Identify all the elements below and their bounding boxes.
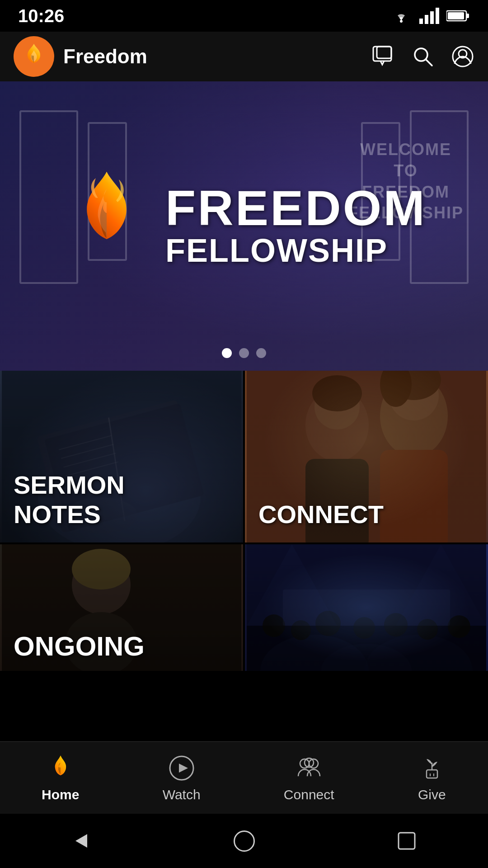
nav-watch-label: Watch [163, 787, 201, 802]
hero-text: FREEDOM FELLOWSHIP [165, 183, 427, 269]
ongoing-label: ONGOING [14, 631, 145, 662]
system-home-button[interactable] [228, 825, 260, 857]
svg-marker-64 [75, 834, 87, 848]
home-icon [46, 754, 75, 783]
carousel-dot-3[interactable] [256, 348, 266, 358]
sermon-notes-tile[interactable]: SERMON NOTES [0, 371, 243, 542]
hero-title-freedom: FREEDOM [165, 183, 427, 233]
back-icon [70, 830, 93, 852]
system-nav-bar [0, 814, 488, 868]
connect-nav-icon [295, 754, 324, 783]
carousel-dot-2[interactable] [239, 348, 249, 358]
nav-watch[interactable]: Watch [163, 754, 201, 802]
svg-rect-9 [377, 47, 391, 58]
events-overlay [245, 544, 488, 671]
hero-flame-icon [61, 167, 152, 285]
header-left: Freedom [14, 36, 147, 77]
bottom-nav: Home Watch Connect Give [0, 741, 488, 814]
nav-home-label: Home [42, 787, 79, 802]
app-header: Freedom [0, 32, 488, 81]
search-icon[interactable] [411, 45, 435, 68]
carousel-dot-1[interactable] [222, 348, 232, 358]
nav-connect-label: Connect [284, 787, 334, 802]
nav-home[interactable]: Home [42, 754, 79, 802]
events-tile[interactable] [245, 544, 488, 671]
status-bar: 10:26 [0, 0, 488, 32]
ongoing-tile[interactable]: ONGOING [0, 544, 243, 671]
hero-title-fellowship: FELLOWSHIP [165, 233, 427, 269]
svg-point-65 [234, 831, 254, 851]
ongoing-overlay: ONGOING [0, 544, 243, 671]
header-right [371, 45, 474, 68]
app-logo[interactable] [14, 36, 54, 77]
svg-rect-1 [419, 19, 423, 24]
svg-rect-66 [399, 833, 415, 849]
svg-rect-4 [436, 8, 439, 24]
connect-label: CONNECT [258, 500, 384, 529]
nav-connect[interactable]: Connect [284, 754, 334, 802]
battery-icon [446, 9, 470, 23]
chat-icon[interactable] [371, 45, 395, 68]
svg-rect-61 [427, 770, 437, 778]
connect-tile[interactable]: CONNECT [245, 371, 488, 542]
recents-button[interactable] [391, 825, 422, 857]
logo-flame-icon [23, 43, 45, 70]
sermon-notes-label: SERMON NOTES [14, 471, 125, 529]
svg-rect-2 [425, 15, 428, 24]
status-time: 10:26 [18, 6, 64, 26]
status-icons [390, 8, 470, 24]
app-name: Freedom [63, 45, 147, 68]
wifi-icon [390, 8, 412, 24]
give-icon [418, 754, 446, 783]
svg-rect-6 [466, 14, 469, 18]
svg-rect-3 [430, 11, 434, 24]
profile-icon[interactable] [451, 45, 474, 68]
recents-icon [396, 830, 418, 852]
svg-point-0 [400, 20, 403, 23]
svg-marker-57 [179, 764, 188, 773]
svg-line-11 [426, 59, 432, 66]
grid-section: SERMON NOTES [0, 371, 488, 671]
connect-overlay: CONNECT [245, 371, 488, 542]
watch-icon [167, 754, 196, 783]
svg-rect-7 [448, 12, 464, 19]
back-button[interactable] [66, 825, 97, 857]
nav-give-label: Give [418, 787, 446, 802]
sermon-notes-overlay: SERMON NOTES [0, 371, 243, 542]
signal-icon [419, 8, 439, 24]
hero-content: FREEDOM FELLOWSHIP [61, 167, 427, 285]
hero-carousel: WELCOME TO FREEDOM FELLOWSHIP [0, 81, 488, 371]
system-home-icon [232, 829, 257, 854]
carousel-dots [222, 348, 266, 358]
nav-give[interactable]: Give [418, 754, 446, 802]
